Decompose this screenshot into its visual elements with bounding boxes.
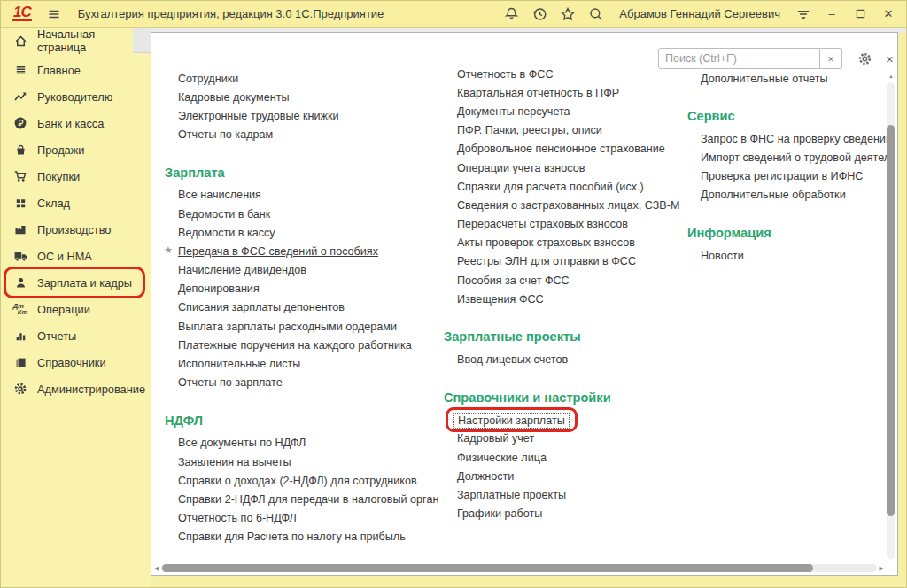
menu-link[interactable]: Ввод лицевых счетов: [444, 350, 676, 368]
scroll-right-arrow[interactable]: ▶: [880, 565, 884, 572]
tab-gap: [133, 28, 151, 53]
menu-section: СервисЗапрос в ФНС на проверку сведений …: [687, 107, 888, 205]
vertical-scroll-thumb[interactable]: [887, 125, 895, 516]
menu-link-label: Кадровые документы: [178, 91, 290, 104]
menu-link[interactable]: Графики работы: [444, 505, 676, 523]
main-menu-icon[interactable]: [47, 7, 61, 21]
menu-link[interactable]: Все документы по НДФЛ: [165, 434, 430, 453]
menu-link[interactable]: Справки для расчета пособий (исх.): [444, 177, 676, 196]
scroll-left-arrow[interactable]: ◀: [154, 565, 159, 572]
sidebar-item[interactable]: Главное: [0, 57, 151, 83]
menu-link[interactable]: Справки о доходах (2-НДФЛ) для сотрудник…: [165, 471, 430, 490]
menu-link[interactable]: Сотрудники: [165, 69, 430, 88]
menu-link[interactable]: Ведомости в банк: [165, 205, 430, 223]
menu-link[interactable]: ПФР. Пачки, реестры, описи: [444, 121, 676, 140]
menu-link-label: ПФР. Пачки, реестры, описи: [457, 124, 602, 136]
menu-link[interactable]: Все начисления: [165, 186, 430, 205]
current-user[interactable]: Абрамов Геннадий Сергеевич: [619, 7, 780, 20]
scroll-up-arrow[interactable]: ▲: [888, 74, 894, 79]
vertical-scrollbar[interactable]: ▲: [886, 70, 896, 561]
menu-link[interactable]: Импорт сведений о трудовой деятельности: [687, 148, 888, 166]
menu-link[interactable]: Извещения ФСС: [444, 290, 676, 308]
menu-link[interactable]: Новости: [687, 246, 888, 265]
menu-link[interactable]: Платежные поручения на каждого работника: [165, 336, 430, 354]
menu-link[interactable]: Пособия за счет ФСС: [444, 271, 676, 290]
menu-link-label: Передача в ФСС сведений о пособиях: [178, 245, 378, 258]
horizontal-scrollbar[interactable]: ◀ ▶: [154, 563, 884, 573]
menu-link[interactable]: Отчетность в ФСС: [444, 65, 676, 83]
menu-link[interactable]: Заявления на вычеты: [165, 453, 430, 471]
menu-link[interactable]: Электронные трудовые книжки: [165, 106, 430, 125]
menu-link[interactable]: Настройки зарплаты: [444, 411, 676, 429]
minimize-button[interactable]: –: [824, 7, 840, 21]
menu-link[interactable]: Квартальная отчетность в ПФР: [444, 83, 676, 102]
sidebar-item[interactable]: ОС и НМА: [0, 243, 151, 269]
sidebar-item[interactable]: ДтКтОперации: [0, 296, 151, 322]
sidebar-item-home[interactable]: Начальная страница: [0, 28, 133, 53]
sidebar-item[interactable]: Зарплата и кадры: [0, 269, 151, 296]
history-icon[interactable]: [531, 6, 547, 22]
cart-icon: [12, 169, 29, 183]
favorites-star-icon[interactable]: [560, 6, 576, 22]
menu-link[interactable]: Списания зарплаты депонентов: [165, 298, 430, 317]
search-clear-icon[interactable]: ×: [820, 48, 842, 69]
panel-settings-gear-icon[interactable]: [857, 51, 872, 66]
menu-link[interactable]: Отчеты по зарплате: [165, 374, 430, 392]
menu-link[interactable]: Должности: [444, 467, 676, 485]
sidebar-item[interactable]: Склад: [0, 190, 151, 216]
menu-link[interactable]: Исполнительные листы: [165, 354, 430, 373]
sidebar-item[interactable]: Отчеты: [0, 322, 151, 349]
menu-link[interactable]: Физические лица: [444, 448, 676, 467]
menu-link[interactable]: Запрос в ФНС на проверку сведений работн…: [687, 129, 888, 148]
sidebar-item[interactable]: Продажи: [0, 136, 151, 163]
menu-link[interactable]: Начисление дивидендов: [165, 261, 430, 280]
trend-arrow-icon: [12, 89, 29, 104]
search-input[interactable]: [658, 48, 820, 69]
menu-link[interactable]: Добровольное пенсионное страхование: [444, 140, 676, 159]
menu-link[interactable]: Операции учета взносов: [444, 159, 676, 177]
menu-link[interactable]: Отчетность по 6-НДФЛ: [165, 509, 430, 528]
favorite-star-icon[interactable]: ★: [164, 244, 173, 256]
panel-close-icon[interactable]: ×: [886, 52, 894, 66]
sidebar-item-label: Справочники: [37, 356, 106, 369]
menu-link[interactable]: Сведения о застрахованных лицах, СЗВ-М: [444, 196, 676, 214]
menu-link[interactable]: Акты проверок страховых взносов: [444, 234, 676, 252]
horizontal-scroll-track[interactable]: [161, 564, 876, 572]
menu-link[interactable]: Документы персучета: [444, 102, 676, 120]
menu-link[interactable]: Зарплатные проекты: [444, 485, 676, 504]
menu-link-label: Сведения о застрахованных лицах, СЗВ-М: [457, 199, 679, 212]
horizontal-scroll-thumb[interactable]: [162, 564, 813, 572]
menu-link[interactable]: Кадровые документы: [165, 88, 430, 106]
sidebar-item[interactable]: Покупки: [0, 163, 151, 190]
menu-link[interactable]: Отчеты по кадрам: [165, 126, 430, 144]
sidebar-item[interactable]: Администрирование: [0, 375, 151, 402]
menu-link[interactable]: Ведомости в кассу: [165, 223, 430, 242]
sidebar-item-label: Руководителю: [37, 90, 112, 104]
service-menu-icon[interactable]: [795, 6, 811, 22]
menu-link[interactable]: Справки 2-НДФЛ для передачи в налоговый …: [165, 490, 430, 508]
highlight-ring: Настройки зарплаты: [446, 407, 578, 432]
menu-link[interactable]: Дополнительные отчеты: [687, 69, 888, 88]
menu-link[interactable]: Дополнительные обработки: [687, 186, 888, 205]
sidebar-item-label: Операции: [37, 303, 90, 316]
menu-link[interactable]: Реестры ЭЛН для отправки в ФСС: [444, 252, 676, 271]
menu-link-label: Графики работы: [457, 507, 542, 520]
sidebar-item[interactable]: Справочники: [0, 349, 151, 375]
sidebar-item[interactable]: Производство: [0, 216, 151, 243]
maximize-button[interactable]: [852, 9, 868, 19]
menu-link[interactable]: ★Передача в ФСС сведений о пособиях: [165, 242, 430, 260]
menu-link[interactable]: Выплата зарплаты расходными ордерами: [165, 317, 430, 336]
menu-link-label: Справки для Расчета по налогу на прибыль: [178, 530, 406, 543]
sidebar-item[interactable]: Руководителю: [0, 83, 151, 110]
global-search-icon[interactable]: [588, 6, 604, 22]
menu-link-label: Реестры ЭЛН для отправки в ФСС: [457, 255, 636, 267]
menu-link[interactable]: Перерасчеты страховых взносов: [444, 215, 676, 234]
menu-link[interactable]: Справки для Расчета по налогу на прибыль: [165, 528, 430, 546]
sidebar-item[interactable]: Банк и касса: [0, 110, 151, 136]
vertical-scroll-track[interactable]: [887, 82, 895, 559]
close-button[interactable]: ✕: [880, 7, 896, 21]
menu-link-label: Отчетность по 6-НДФЛ: [178, 512, 297, 524]
menu-link[interactable]: Депонирования: [165, 280, 430, 298]
notifications-bell-icon[interactable]: [504, 6, 519, 21]
menu-link[interactable]: Проверка регистрации в ИФНС: [687, 167, 888, 186]
